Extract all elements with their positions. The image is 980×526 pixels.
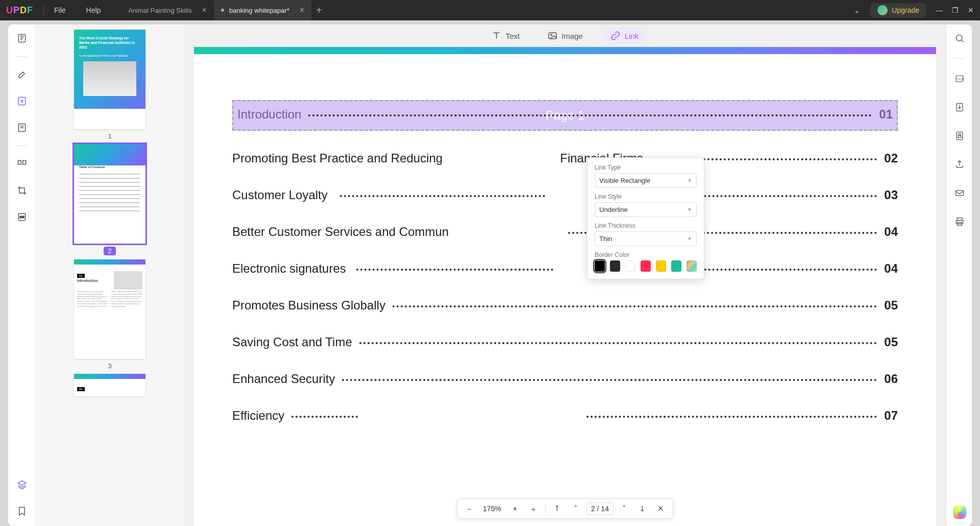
separator [545,504,546,514]
separator [17,146,27,146]
convert-icon[interactable] [951,99,968,116]
link-type-select[interactable]: Visible Rectangle ▼ [595,173,697,188]
form-icon[interactable] [13,119,31,136]
protect-icon[interactable] [951,127,968,145]
edit-icon[interactable] [13,92,31,110]
toc-row[interactable]: Promotes Business Globally 05 [232,298,898,313]
toc-page-num: 03 [884,188,898,202]
color-swatch-dark[interactable] [610,260,620,272]
left-toolbar [8,25,36,526]
toc-row[interactable]: Efficiency 07 [232,409,898,423]
tool-image[interactable]: Image [541,28,589,44]
line-thickness-label: Line Thickness [595,222,697,229]
line-style-select[interactable]: Underline ▼ [595,202,697,217]
ai-assistant-icon[interactable] [953,506,966,519]
total-pages: 14 [601,505,609,513]
layers-icon[interactable] [13,476,31,493]
toc-row[interactable]: Electronic signatures 04 [232,261,898,276]
color-swatch-black[interactable] [595,260,605,272]
toc-page-num: 05 [884,335,898,349]
print-icon[interactable] [951,213,968,230]
divider [43,5,44,15]
share-icon[interactable] [951,156,968,173]
unsaved-dot-icon [221,9,224,12]
menu-file[interactable]: File [54,6,66,14]
toc-row[interactable]: Saving Cost and Time 05 [232,335,898,349]
avatar-icon [877,5,888,15]
zoom-level[interactable]: 175% [480,505,504,513]
color-swatch-custom[interactable] [687,260,697,272]
tool-text[interactable]: Text [485,28,526,44]
minimize-button[interactable]: — [936,6,943,14]
toc-leader [342,379,877,381]
organize-icon[interactable] [13,155,31,173]
new-tab-button[interactable]: + [311,5,327,16]
maximize-button[interactable]: ❐ [952,6,959,14]
thumbnail-panel[interactable]: The Most Crucial Strategy for Banks and … [36,25,184,526]
highlight-icon[interactable] [13,66,31,83]
page-sep: / [597,505,599,513]
toc-title: Enhanced Security [232,372,335,386]
first-page-button[interactable]: ⤒ [550,501,565,516]
zoom-in-button[interactable]: + [526,501,541,516]
page-indicator[interactable]: 2 / 14 [586,503,614,515]
prev-page-button[interactable]: ˄ [568,501,583,516]
tool-link[interactable]: Link [604,28,645,44]
redact-icon[interactable] [13,208,31,226]
chevron-down-icon[interactable]: ⌄ [854,6,860,14]
upgrade-button[interactable]: Upgrade [870,3,926,17]
toc-row[interactable]: Promoting Best Practice and Reducing Fin… [232,151,898,165]
toc-title: Electronic signatures [232,261,346,276]
select-value: Thin [599,235,612,243]
toc-page-num: 04 [884,261,898,276]
document-viewport[interactable]: Text Image Link Page 1 [184,25,946,526]
toc-title: Saving Cost and Time [232,335,352,349]
line-thickness-select[interactable]: Thin ▼ [595,231,697,246]
link-icon [610,31,621,41]
toc-leader [340,195,545,197]
thumb-title: The Most Crucial Strategy for Banks and … [79,36,140,50]
toc-page-num: 04 [884,225,898,239]
toc-page-num: 05 [884,298,898,313]
thumbnail-page-2[interactable]: Table of Contents [74,144,145,244]
page-canvas[interactable]: Page 1 Introduction 01 Promoting Best Pr… [194,47,936,526]
toc-title: Promotes Business Globally [232,298,385,313]
close-window-button[interactable]: ✕ [968,6,974,14]
thumb-number-selected: 2 [104,247,115,255]
chevron-down-icon: ▼ [687,236,692,242]
select-value: Underline [599,206,628,213]
close-nav-button[interactable]: ✕ [653,501,669,516]
toc-page-num: 02 [884,151,898,165]
thumbnail-page-3[interactable]: 01 Introduction Lorem ipsum dolor sit am… [74,259,145,359]
tab-inactive[interactable]: Animal Painting Skills × [121,0,214,20]
separator [954,58,965,59]
svg-point-8 [550,34,552,35]
email-icon[interactable] [951,184,968,202]
last-page-button[interactable]: ⤓ [635,501,650,516]
zoom-out-button[interactable]: − [461,501,477,516]
toc-row[interactable]: Enhanced Security 06 [232,372,898,386]
ocr-icon[interactable]: OCR [951,70,968,87]
color-swatch-white[interactable] [625,260,635,272]
color-swatch-teal[interactable] [671,260,681,272]
close-icon[interactable]: × [300,6,304,15]
thumbnail-page-4[interactable]: 02 [74,374,145,396]
upgrade-label: Upgrade [892,6,919,14]
tab-active[interactable]: banking whitepapar* × [214,0,311,20]
color-swatch-yellow[interactable] [656,260,666,272]
color-swatch-red[interactable] [641,260,651,272]
toc-page-num: 06 [884,372,898,386]
toc-row[interactable]: Customer Loyalty 03 [232,188,898,202]
next-page-button[interactable]: ˅ [617,501,632,516]
thumbnail-page-1[interactable]: The Most Crucial Strategy for Banks and … [74,30,145,129]
search-icon[interactable] [951,30,968,47]
reader-mode-icon[interactable] [13,30,31,47]
crop-icon[interactable] [13,182,31,199]
toc-row[interactable]: Better Customer Services and Commun 04 [232,225,898,239]
zoom-dropdown-icon[interactable]: ▼ [507,501,523,516]
tab-label: banking whitepapar* [229,7,289,14]
menu-help[interactable]: Help [86,6,101,14]
toc-leader [586,416,877,418]
close-icon[interactable]: × [202,6,207,15]
bookmark-icon[interactable] [13,503,31,520]
